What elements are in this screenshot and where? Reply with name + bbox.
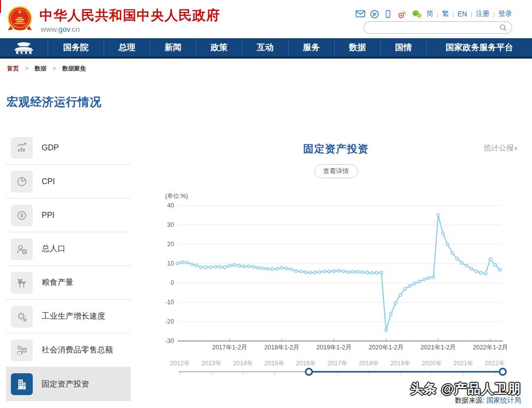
nav-item-guoqing[interactable]: 国情 [380, 38, 426, 57]
svg-text:2018年: 2018年 [359, 360, 379, 367]
svg-text:-30: -30 [165, 338, 174, 344]
nav-item-fuwu[interactable]: 服务 [288, 38, 334, 57]
pie-chart-icon [11, 171, 33, 193]
search-icon[interactable] [499, 23, 508, 32]
chart-title: 固定资产投资 [164, 142, 508, 156]
mail-icon[interactable] [355, 8, 366, 19]
search-input[interactable] [370, 24, 499, 31]
chevron-right-icon: › [515, 143, 517, 152]
nav-item-zongli[interactable]: 总理 [104, 38, 150, 57]
svg-text:-10: -10 [165, 299, 174, 306]
login-link[interactable]: 登录 [498, 9, 512, 18]
bar-chart-icon [11, 137, 33, 159]
register-link[interactable]: 注册 [476, 9, 490, 18]
watermark: 头条 @产品人卫朋 [410, 380, 521, 398]
breadcrumb-separator: > [53, 65, 56, 72]
yuan-circle-icon: ¥ [11, 204, 33, 226]
svg-text:2019年: 2019年 [390, 360, 410, 367]
breadcrumb: 首页 > 数据 > 数据聚焦 [7, 65, 86, 73]
mobile-icon[interactable] [383, 9, 393, 19]
svg-text:2016年: 2016年 [296, 360, 316, 367]
breadcrumb-data[interactable]: 数据 [35, 65, 47, 72]
sidebar-item-fixed-asset-investment[interactable]: 固定资产投资 [6, 367, 131, 401]
wechat-icon[interactable] [411, 9, 423, 19]
screen-edge-artifact [0, 0, 1, 13]
svg-text:2012年: 2012年 [170, 360, 190, 367]
detail-button-row: 查看详情 [164, 164, 508, 178]
population-icon [11, 238, 33, 260]
sidebar-item-ppi[interactable]: ¥ PPI [6, 199, 131, 232]
sidebar-item-label: 社会消费品零售总额 [42, 345, 113, 355]
url-gov: gov [59, 25, 70, 33]
data-source-label: 数据来源: [455, 396, 484, 404]
year-range-slider[interactable]: 2012年2013年2014年2015年2016年2017年2018年2019年… [164, 358, 532, 382]
report-link-label: 统计公报 [484, 143, 514, 152]
wheat-icon [11, 272, 33, 294]
header-utility-row: 简 | 繁 | EN | 注册 | 登录 [355, 8, 512, 19]
svg-text:2018年1-2月: 2018年1-2月 [264, 344, 299, 351]
svg-text:2020年1-2月: 2020年1-2月 [368, 344, 404, 351]
weibo-icon[interactable] [396, 9, 408, 19]
data-source-value: 国家统计局 [486, 396, 521, 404]
page-title: 宏观经济运行情况 [6, 94, 102, 110]
site-url[interactable]: www.gov.cn [41, 25, 80, 33]
national-emblem-logo [6, 5, 33, 35]
svg-text:2017年1-2月: 2017年1-2月 [212, 344, 247, 351]
site-title[interactable]: 中华人民共和国中央人民政府 [40, 6, 220, 24]
lang-en-link[interactable]: EN [458, 10, 467, 18]
nav-item-shuju[interactable]: 数据 [334, 38, 380, 57]
svg-text:0: 0 [171, 279, 174, 286]
separator: | [437, 10, 438, 18]
sidebar-item-label: GDP [42, 143, 59, 152]
nav-home-tiananmen-icon[interactable] [0, 38, 48, 57]
breadcrumb-home[interactable]: 首页 [7, 65, 19, 72]
lang-traditional-link[interactable]: 繁 [442, 9, 449, 18]
nav-item-xinwen[interactable]: 新闻 [150, 38, 196, 57]
svg-text:¥: ¥ [20, 212, 23, 218]
sidebar-item-label: 总人口 [42, 244, 65, 254]
svg-text:2021年: 2021年 [453, 360, 473, 367]
svg-text:2017年: 2017年 [327, 360, 347, 367]
svg-text:2013年: 2013年 [201, 360, 221, 367]
view-details-button[interactable]: 查看详情 [314, 164, 358, 178]
slider-handle-end[interactable] [500, 369, 506, 375]
separator: | [452, 10, 454, 18]
svg-text:2015年: 2015年 [264, 360, 284, 367]
url-www: www. [41, 25, 59, 33]
url-cn: .cn [70, 25, 80, 33]
breadcrumb-separator: > [25, 65, 28, 72]
search-box[interactable] [363, 21, 512, 34]
nav-item-zhengwu-platform[interactable]: 国家政务服务平台 [426, 38, 532, 57]
slider-handle-start[interactable] [306, 369, 312, 375]
svg-text:40: 40 [167, 202, 174, 209]
svg-text:2014年: 2014年 [233, 360, 253, 367]
lang-simplified-link[interactable]: 简 [426, 9, 433, 18]
separator: | [493, 10, 495, 18]
nav-item-guowuyuan[interactable]: 国务院 [48, 38, 104, 57]
breadcrumb-data-focus[interactable]: 数据聚焦 [62, 65, 86, 72]
sidebar-item-cpi[interactable]: CPI [6, 165, 131, 199]
svg-text:2021年1-2月: 2021年1-2月 [420, 344, 456, 351]
svg-text:-20: -20 [165, 318, 174, 325]
sidebar-item-population[interactable]: 总人口 [6, 232, 131, 266]
nav-item-zhengce[interactable]: 政策 [196, 38, 242, 57]
sidebar-item-retail[interactable]: ¥ 社会消费品零售总额 [6, 334, 131, 367]
statistical-report-link[interactable]: 统计公报› [484, 143, 517, 153]
sidebar-item-industry[interactable]: 工业生产增长速度 [6, 300, 131, 334]
nav-item-hudong[interactable]: 互动 [242, 38, 288, 57]
svg-text:2019年1-2月: 2019年1-2月 [316, 344, 352, 351]
sidebar-item-gdp[interactable]: GDP [6, 131, 131, 165]
message-icon[interactable] [369, 9, 380, 19]
sidebar-item-label: 粮食产量 [42, 277, 73, 288]
sidebar-item-label: 工业生产增长速度 [42, 311, 105, 322]
data-source: 数据来源: 国家统计局 [455, 396, 521, 405]
fixed-asset-investment-line-chart: 403020100-10-20-302017年1-2月2018年1-2月2019… [164, 190, 532, 356]
sidebar-item-label: CPI [42, 177, 55, 186]
separator: | [471, 10, 472, 18]
svg-text:2020年: 2020年 [422, 360, 442, 367]
svg-text:20: 20 [167, 241, 174, 248]
svg-text:2022年1-2月: 2022年1-2月 [473, 344, 508, 351]
building-icon [11, 373, 33, 395]
sidebar-item-grain[interactable]: 粮食产量 [6, 266, 131, 300]
svg-text:2022年: 2022年 [485, 360, 505, 367]
